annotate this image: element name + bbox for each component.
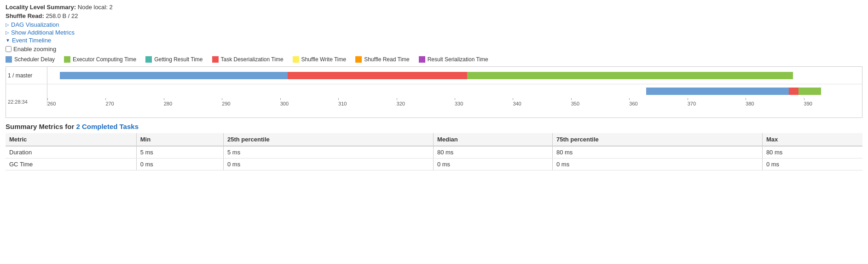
- axis-tick: 360: [629, 98, 637, 106]
- tick-line: [629, 98, 630, 100]
- tick-label: 390: [804, 101, 812, 106]
- axis-tick: 280: [164, 98, 172, 106]
- tick-line: [105, 98, 106, 100]
- tick-line: [280, 98, 281, 100]
- tick-line: [513, 98, 513, 100]
- event-timeline-link[interactable]: ▼ Event Timeline: [6, 37, 862, 44]
- bar-deserialization: [288, 72, 467, 79]
- shuffle-label: Shuffle Read:: [6, 12, 44, 19]
- chart-row-2: [6, 84, 862, 98]
- axis-tick: 400: [862, 98, 862, 106]
- shuffle-read-info: Shuffle Read: 258.0 B / 22: [6, 12, 862, 19]
- summary-title-prefix: Summary Metrics for: [6, 123, 76, 130]
- locality-label: Locality Level Summary:: [6, 4, 76, 11]
- tick-line: [222, 98, 222, 100]
- legend-item-shuffle-write: Shuffle Write Time: [293, 56, 347, 63]
- tick-label: 370: [688, 101, 696, 106]
- shuffle-value: 258.0 B / 22: [46, 12, 78, 19]
- axis-spacer: 22:28:34: [6, 98, 47, 106]
- col-header-metric: Metric: [6, 133, 136, 146]
- tick-label: 270: [105, 101, 114, 106]
- table-header: MetricMin25th percentileMedian75th perce…: [6, 133, 862, 146]
- legend-color-shuffle-read: [355, 56, 362, 63]
- tick-label: 260: [47, 101, 56, 106]
- locality-summary: Locality Level Summary: Node local: 2: [6, 4, 862, 11]
- legend-color-scheduler-delay: [6, 56, 12, 63]
- tick-line: [164, 98, 164, 100]
- locality-value: Node local: 2: [78, 4, 113, 11]
- additional-metrics-label: Show Additional Metrics: [11, 29, 75, 36]
- table-cell-metric: GC Time: [6, 158, 136, 170]
- tick-line: [397, 98, 397, 100]
- tick-line: [862, 98, 862, 100]
- table-body: Duration5 ms5 ms80 ms80 ms80 msGC Time0 …: [6, 146, 862, 170]
- links-section: ▷ DAG Visualization ▷ Show Additional Me…: [6, 21, 862, 44]
- bar-scheduler2: [646, 88, 789, 95]
- legend-item-scheduler-delay: Scheduler Delay: [6, 56, 55, 63]
- legend-label-shuffle-read: Shuffle Read Time: [364, 56, 410, 63]
- additional-metrics-link[interactable]: ▷ Show Additional Metrics: [6, 29, 862, 36]
- table-row: GC Time0 ms0 ms0 ms0 ms0 ms: [6, 158, 862, 170]
- tick-line: [804, 98, 804, 100]
- enable-zoom-label: Enable zooming: [13, 46, 56, 53]
- tick-label: 360: [629, 101, 637, 106]
- chart-row2-empty-label: [6, 84, 47, 98]
- legend-color-shuffle-write: [293, 56, 299, 63]
- table-cell-median: 80 ms: [433, 146, 552, 158]
- tick-line: [47, 98, 48, 100]
- table-cell-median: 0 ms: [433, 158, 552, 170]
- axis-tick: 290: [222, 98, 230, 106]
- legend-item-result-serialization: Result Serialization Time: [419, 56, 488, 63]
- event-timeline-icon: ▼: [6, 38, 10, 43]
- axis-tick: 260: [47, 98, 56, 106]
- tick-label: 290: [222, 101, 230, 106]
- bar-scheduler: [60, 72, 288, 79]
- axis-tick: 370: [688, 98, 696, 106]
- col-header-75th-percentile: 75th percentile: [552, 133, 762, 146]
- dag-link-label: DAG Visualization: [11, 21, 59, 28]
- legend-label-executor-computing: Executor Computing Time: [73, 56, 136, 63]
- tick-line: [571, 98, 572, 100]
- tick-line: [455, 98, 455, 100]
- axis-tick: 310: [338, 98, 347, 106]
- col-header-min: Min: [136, 133, 223, 146]
- legend-color-getting-result: [145, 56, 152, 63]
- enable-zoom-checkbox[interactable]: [6, 46, 12, 52]
- legend: Scheduler DelayExecutor Computing TimeGe…: [6, 56, 862, 64]
- axis-tick: 390: [804, 98, 812, 106]
- legend-color-result-serialization: [419, 56, 425, 63]
- tick-label: 400: [862, 101, 862, 106]
- table-cell-25th-percentile: 0 ms: [224, 158, 434, 170]
- table-cell-metric: Duration: [6, 146, 136, 158]
- header-row: MetricMin25th percentileMedian75th perce…: [6, 133, 862, 146]
- row-label-text: 1 / master: [8, 72, 32, 79]
- axis-tick: 330: [455, 98, 463, 106]
- bar-computing: [467, 72, 793, 79]
- table-cell-min: 0 ms: [136, 158, 223, 170]
- tick-line: [746, 98, 746, 100]
- col-header-max: Max: [762, 133, 862, 146]
- timeline-chart: 1 / master 22:28:34 26027028029030031032…: [6, 66, 862, 118]
- table-row: Duration5 ms5 ms80 ms80 ms80 ms: [6, 146, 862, 158]
- tick-label: 340: [513, 101, 521, 106]
- table-cell-75th-percentile: 80 ms: [552, 146, 762, 158]
- summary-table: MetricMin25th percentileMedian75th perce…: [6, 133, 862, 170]
- summary-title: Summary Metrics for 2 Completed Tasks: [6, 123, 862, 130]
- axis-tick: 380: [746, 98, 754, 106]
- tick-label: 330: [455, 101, 463, 106]
- summary-title-highlight: 2 Completed Tasks: [76, 123, 139, 130]
- bar-deserialization2: [789, 88, 799, 95]
- table-cell-max: 0 ms: [762, 158, 862, 170]
- tick-label: 350: [571, 101, 579, 106]
- dag-visualization-link[interactable]: ▷ DAG Visualization: [6, 21, 862, 28]
- dag-icon: ▷: [6, 22, 9, 27]
- chart-row-label: 1 / master: [6, 67, 47, 84]
- table-cell-75th-percentile: 0 ms: [552, 158, 762, 170]
- table-cell-25th-percentile: 5 ms: [224, 146, 434, 158]
- chart-bars-row1: [47, 67, 862, 84]
- col-header-median: Median: [433, 133, 552, 146]
- axis-tick: 340: [513, 98, 521, 106]
- table-cell-max: 80 ms: [762, 146, 862, 158]
- legend-label-result-serialization: Result Serialization Time: [428, 56, 488, 63]
- legend-label-shuffle-write: Shuffle Write Time: [301, 56, 347, 63]
